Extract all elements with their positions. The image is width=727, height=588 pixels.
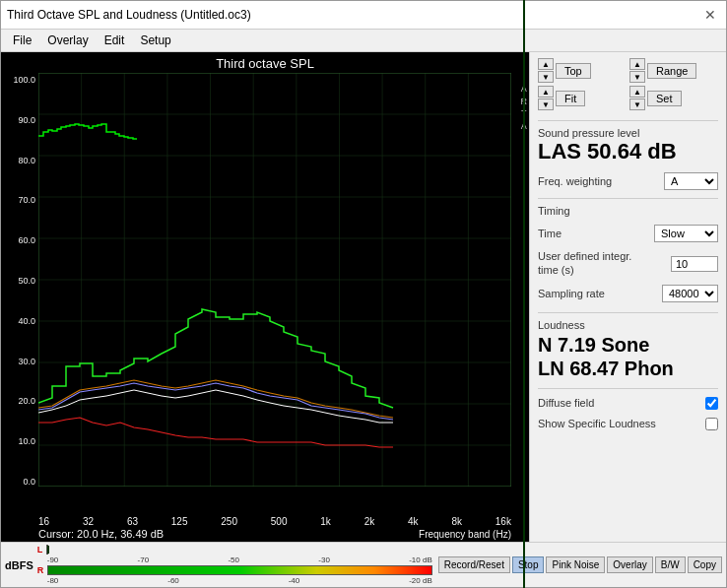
main-window: Third Octave SPL and Loudness (Untitled.…	[0, 0, 727, 588]
top-down-btn[interactable]: ▼	[538, 71, 554, 83]
menu-file[interactable]: File	[5, 32, 39, 49]
tick-r--60: -60	[167, 576, 179, 585]
tick--50: -50	[228, 555, 239, 564]
meter-l-track	[46, 545, 48, 555]
y-tick-0: 0.0	[1, 477, 38, 487]
fit-label-btn[interactable]: Fit	[556, 91, 585, 106]
meter-l-ticks: -90 -70 -50 -30 -10 dB	[47, 555, 432, 564]
menu-overlay[interactable]: Overlay	[39, 32, 96, 49]
x-tick-63: 63	[127, 516, 138, 527]
cursor-x-row: Cursor: 20.0 Hz, 36.49 dB Frequency band…	[1, 527, 529, 542]
spl-label: Sound pressure level	[538, 127, 718, 139]
y-tick-80: 80.0	[1, 156, 38, 165]
x-tick-16: 16	[38, 516, 49, 527]
sampling-rate-row: Sampling rate 48000 44100 96000	[538, 285, 718, 302]
show-specific-checkbox[interactable]	[705, 418, 718, 430]
show-specific-label: Show Specific Loudness	[538, 418, 656, 429]
sampling-rate-label: Sampling rate	[538, 288, 605, 299]
title-bar: Third Octave SPL and Loudness (Untitled.…	[1, 1, 726, 30]
y-tick-90: 90.0	[1, 115, 38, 125]
x-tick-32: 32	[83, 516, 94, 527]
meter-l-label: L	[37, 545, 45, 555]
top-up-btn[interactable]: ▲	[538, 58, 554, 70]
bw-btn[interactable]: B/W	[655, 556, 686, 573]
divider-2	[538, 198, 718, 199]
user-integ-label: User defined integr. time (s)	[538, 250, 636, 276]
user-integ-input[interactable]	[671, 256, 718, 272]
y-tick-60: 60.0	[1, 235, 38, 245]
x-tick-8k: 8k	[451, 516, 462, 527]
fit-arrows: ▲ ▼	[538, 86, 554, 110]
freq-weighting-select[interactable]: A B C Z	[664, 172, 718, 190]
x-tick-1k: 1k	[320, 516, 331, 527]
overlay-btn[interactable]: Overlay	[607, 556, 652, 573]
y-tick-30: 30.0	[1, 357, 38, 366]
menu-bar: File Overlay Edit Setup	[1, 30, 726, 52]
set-label-btn[interactable]: Set	[647, 91, 682, 106]
menu-setup[interactable]: Setup	[132, 32, 178, 49]
set-up-btn[interactable]: ▲	[629, 86, 645, 98]
diffuse-field-row: Diffuse field	[538, 397, 718, 410]
meter-row-r: R	[37, 565, 432, 575]
diffuse-field-label: Diffuse field	[538, 397, 594, 409]
chart-lines	[38, 309, 393, 447]
tick--70: -70	[138, 555, 150, 564]
x-tick-2k: 2k	[364, 516, 375, 527]
top-arrows: ▲ ▼	[538, 58, 554, 83]
x-tick-16k: 16k	[496, 516, 511, 527]
y-tick-70: 70.0	[1, 195, 38, 205]
x-axis-label: Frequency band (Hz)	[419, 529, 511, 540]
y-tick-100: 100.0	[1, 75, 38, 85]
x-tick-250: 250	[221, 516, 237, 527]
chart-title: Third octave SPL	[1, 52, 529, 73]
y-tick-10: 10.0	[1, 436, 38, 446]
right-panel: ▲ ▼ Top ▲ ▼ Range ▲ ▼	[529, 52, 726, 542]
x-tick-4k: 4k	[408, 516, 419, 527]
range-up-btn[interactable]: ▲	[629, 58, 645, 70]
meter-r-ticks: -80 -60 -40 -20 dB	[47, 576, 432, 585]
time-label: Time	[538, 228, 562, 239]
dbfs-label: dBFS	[5, 559, 33, 571]
copy-btn[interactable]: Copy	[688, 556, 722, 573]
main-content: Third octave SPL 100.0 90.0 80.0 70.0 60…	[1, 52, 726, 542]
range-down-btn[interactable]: ▼	[629, 71, 645, 83]
level-meters: L -90 -70 -50 -30 -10 dB R	[37, 545, 432, 585]
loudness-label: Loudness	[538, 319, 718, 331]
fit-down-btn[interactable]: ▼	[538, 98, 554, 110]
spl-section: Sound pressure level LAS 50.64 dB	[538, 127, 718, 164]
meter-r-track	[47, 565, 432, 575]
timing-label: Timing	[538, 205, 718, 217]
bottom-buttons: Record/Reset Stop Pink Noise Overlay B/W…	[438, 556, 722, 573]
menu-edit[interactable]: Edit	[97, 32, 133, 49]
pink-noise-btn[interactable]: Pink Noise	[546, 556, 605, 573]
sampling-rate-select[interactable]: 48000 44100 96000	[662, 285, 718, 302]
user-integ-row: User defined integr. time (s)	[538, 250, 718, 276]
tick--90: -90	[47, 555, 59, 564]
time-select[interactable]: Slow Fast Impulse	[654, 225, 718, 242]
tick-r--80: -80	[47, 576, 59, 585]
meter-l-tick-labels: -90 -70 -50 -30 -10 dB	[47, 555, 432, 564]
divider-4	[538, 388, 718, 389]
x-axis-ticks: 16 32 63 125 250 500 1k 2k 4k 8k 16k	[38, 514, 511, 527]
tick-r--40: -40	[289, 576, 300, 585]
close-button[interactable]: ✕	[700, 5, 720, 25]
set-nav-group: ▲ ▼ Set	[629, 86, 718, 110]
meter-row-l: L	[37, 545, 432, 555]
spl-value: LAS 50.64 dB	[538, 139, 718, 164]
stop-btn[interactable]: Stop	[512, 556, 545, 573]
top-label-btn[interactable]: Top	[556, 63, 591, 79]
range-label-btn[interactable]: Range	[647, 63, 696, 79]
cursor-info: Cursor: 20.0 Hz, 36.49 dB	[38, 528, 164, 540]
set-down-btn[interactable]: ▼	[629, 98, 645, 110]
chart-svg	[38, 73, 511, 487]
bottom-bar: dBFS L -90 -70 -50 -30 -10 dB	[1, 542, 726, 587]
diffuse-field-checkbox[interactable]	[705, 397, 718, 410]
x-tick-125: 125	[171, 516, 188, 527]
divider-3	[538, 312, 718, 313]
loudness-section: Loudness N 7.19 Sone LN 68.47 Phon	[538, 319, 718, 380]
fit-up-btn[interactable]: ▲	[538, 86, 554, 98]
x-tick-500: 500	[271, 516, 288, 527]
record-reset-btn[interactable]: Record/Reset	[438, 556, 510, 573]
fit-nav-group: ▲ ▼ Fit	[538, 86, 627, 110]
freq-weighting-row: Freq. weighting A B C Z	[538, 172, 718, 190]
